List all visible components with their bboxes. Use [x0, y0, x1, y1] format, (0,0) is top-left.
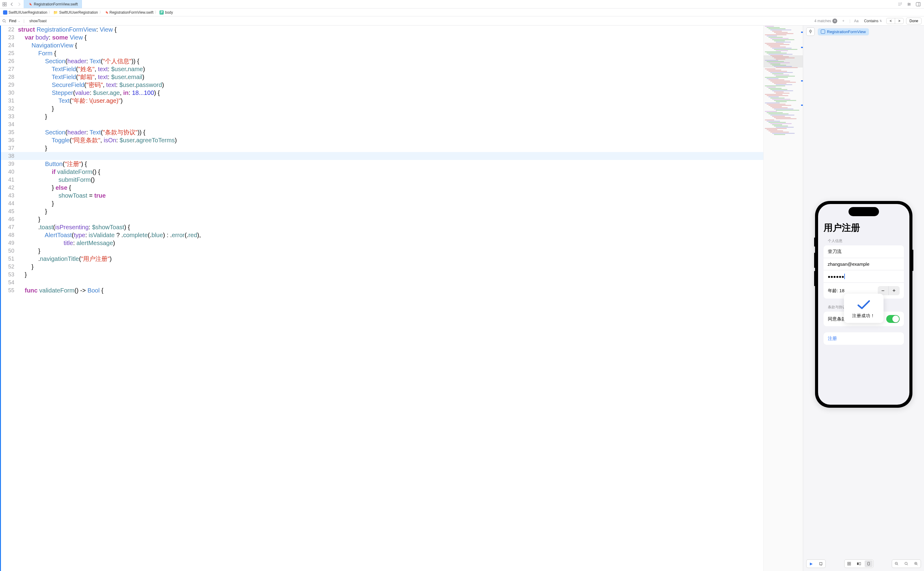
line-number: 30 [1, 89, 18, 97]
code-line[interactable]: 46 } [1, 215, 763, 223]
code-line[interactable]: 33 } [1, 113, 763, 120]
chevron-right-icon: 〉 [155, 10, 158, 15]
code-line[interactable]: 55 func validateForm() -> Bool { [1, 286, 763, 294]
stepper-plus-button[interactable]: + [889, 286, 900, 295]
line-number: 51 [1, 255, 18, 263]
code-line[interactable]: 32 } [1, 105, 763, 113]
code-line[interactable]: 26 Section(header: Text("个人信息")) { [1, 57, 763, 65]
property-icon: P [159, 10, 164, 15]
breadcrumb-project[interactable]: SwiftUIUserRegistration [3, 10, 47, 15]
preview-pane: RegistrationFormView 用户注册 个人信息 壹刀流 zhang… [803, 26, 924, 571]
line-number: 53 [1, 271, 18, 278]
code-line[interactable]: 52 } [1, 263, 763, 271]
email-field[interactable]: zhangsan@example [823, 258, 904, 270]
device-button[interactable] [865, 560, 873, 567]
forward-icon[interactable] [16, 2, 22, 7]
reflow-icon[interactable] [897, 2, 903, 7]
text-cursor [844, 274, 845, 279]
code-line[interactable]: 27 TextField("姓名", text: $user.name) [1, 65, 763, 73]
code-line[interactable]: 50 } [1, 247, 763, 255]
adjust-icon[interactable] [906, 2, 912, 7]
line-number: 39 [1, 160, 18, 168]
add-condition-button[interactable]: ＋ [840, 18, 847, 23]
line-number: 29 [1, 81, 18, 89]
svg-rect-0 [3, 2, 4, 4]
line-number: 42 [1, 184, 18, 191]
search-icon [2, 19, 6, 23]
line-number: 40 [1, 168, 18, 176]
code-line[interactable]: 51 .navigationTitle("用户注册") [1, 255, 763, 263]
code-line[interactable]: 41 submitForm() [1, 176, 763, 184]
code-line[interactable]: 23 var body: some View { [1, 34, 763, 41]
minimap[interactable] [763, 26, 803, 571]
code-line[interactable]: 24 NavigationView { [1, 41, 763, 49]
app-icon [3, 10, 7, 15]
code-editor[interactable]: 22struct RegistrationFormView: View {23 … [1, 26, 763, 571]
line-number: 28 [1, 73, 18, 81]
code-line[interactable]: 38 [1, 152, 763, 160]
zoom-fit-button[interactable] [902, 560, 910, 567]
code-line[interactable]: 31 Text("年龄: \(user.age)") [1, 97, 763, 105]
code-line[interactable]: 47 .toast(isPresenting: $showToast) { [1, 223, 763, 231]
code-line[interactable]: 29 SecureField("密码", text: $user.passwor… [1, 81, 763, 89]
svg-point-6 [908, 5, 909, 5]
svg-rect-18 [868, 562, 870, 565]
agree-toggle[interactable] [886, 315, 900, 323]
code-line[interactable]: 37 } [1, 144, 763, 152]
code-line[interactable]: 49 title: alertMessage) [1, 239, 763, 247]
breadcrumb-symbol[interactable]: Pbody [159, 10, 173, 15]
file-tab[interactable]: RegistrationFormView.swift [24, 0, 82, 8]
code-line[interactable]: 39 Button("注册") { [1, 160, 763, 168]
live-button[interactable]: ▶ [807, 560, 815, 567]
find-match-count: 4 matches ✕ [814, 19, 837, 23]
color-scheme-button[interactable] [855, 560, 863, 567]
code-line[interactable]: 36 Toggle("同意条款", isOn: $user.agreeToTer… [1, 136, 763, 144]
line-number: 45 [1, 207, 18, 215]
svg-rect-14 [848, 564, 849, 565]
pin-button[interactable] [806, 27, 815, 36]
password-field[interactable]: ●●●●●● [823, 270, 904, 283]
iphone-screen[interactable]: 用户注册 个人信息 壹刀流 zhangsan@example ●●●●●● 年龄… [818, 204, 909, 405]
code-line[interactable]: 42 } else { [1, 184, 763, 191]
iphone-device-frame: 用户注册 个人信息 壹刀流 zhangsan@example ●●●●●● 年龄… [815, 201, 912, 408]
code-line[interactable]: 43 showToast = true [1, 191, 763, 199]
split-icon[interactable] [915, 2, 921, 7]
code-line[interactable]: 54 [1, 278, 763, 286]
code-line[interactable]: 30 Stepper(value: $user.age, in: 18...10… [1, 89, 763, 97]
name-field[interactable]: 壹刀流 [823, 245, 904, 258]
breadcrumb-file[interactable]: RegistrationFormView.swift [104, 10, 154, 15]
code-line[interactable]: 34 [1, 120, 763, 128]
clear-icon[interactable]: ✕ [833, 19, 837, 23]
find-mode-select[interactable]: Find⌄ [7, 18, 22, 24]
svg-rect-2 [3, 5, 4, 6]
preview-view-chip[interactable]: RegistrationFormView [818, 28, 869, 35]
code-line[interactable]: 40 if validateForm() { [1, 168, 763, 176]
code-line[interactable]: 25 Form { [1, 49, 763, 57]
find-input[interactable]: showToast [27, 19, 812, 23]
line-number: 26 [1, 57, 18, 65]
code-line[interactable]: 44 } [1, 199, 763, 207]
code-line[interactable]: 53 } [1, 271, 763, 278]
code-line[interactable]: 22struct RegistrationFormView: View { [1, 26, 763, 34]
back-icon[interactable] [9, 2, 15, 7]
line-number: 50 [1, 247, 18, 255]
zoom-out-button[interactable] [893, 560, 901, 567]
case-sensitive-toggle[interactable]: Aa [853, 19, 860, 23]
grid-icon[interactable] [2, 2, 7, 7]
zoom-in-button[interactable] [912, 560, 920, 567]
selectable-button[interactable] [817, 560, 825, 567]
find-prev-button[interactable]: < [887, 18, 895, 24]
line-number: 43 [1, 191, 18, 199]
done-button[interactable]: Done [906, 18, 922, 24]
find-next-button[interactable]: > [895, 18, 903, 24]
line-number: 37 [1, 144, 18, 152]
code-line[interactable]: 28 TextField("邮箱", text: $user.email) [1, 73, 763, 81]
line-number: 24 [1, 41, 18, 49]
code-line[interactable]: 48 AlertToast(type: isValidate ? .comple… [1, 231, 763, 239]
breadcrumb-folder[interactable]: 📁SwiftUIUserRegistration [53, 10, 98, 15]
register-button[interactable]: 注册 [823, 332, 904, 345]
code-line[interactable]: 45 } [1, 207, 763, 215]
match-mode-select[interactable]: Contains⇅ [862, 19, 884, 23]
variants-button[interactable] [845, 560, 853, 567]
code-line[interactable]: 35 Section(header: Text("条款与协议")) { [1, 128, 763, 136]
